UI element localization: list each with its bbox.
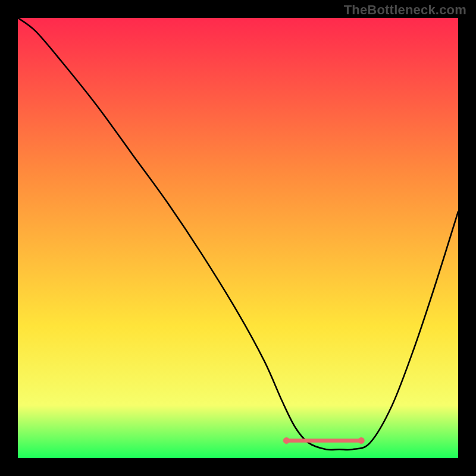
watermark-label: TheBottleneck.com bbox=[344, 2, 466, 18]
highlight-dot-left bbox=[283, 437, 290, 444]
plot-svg bbox=[18, 18, 458, 458]
gradient-background bbox=[18, 18, 458, 458]
bottleneck-chart: TheBottleneck.com bbox=[0, 0, 476, 476]
plot-area bbox=[18, 18, 458, 458]
highlight-dot-right bbox=[358, 437, 365, 444]
